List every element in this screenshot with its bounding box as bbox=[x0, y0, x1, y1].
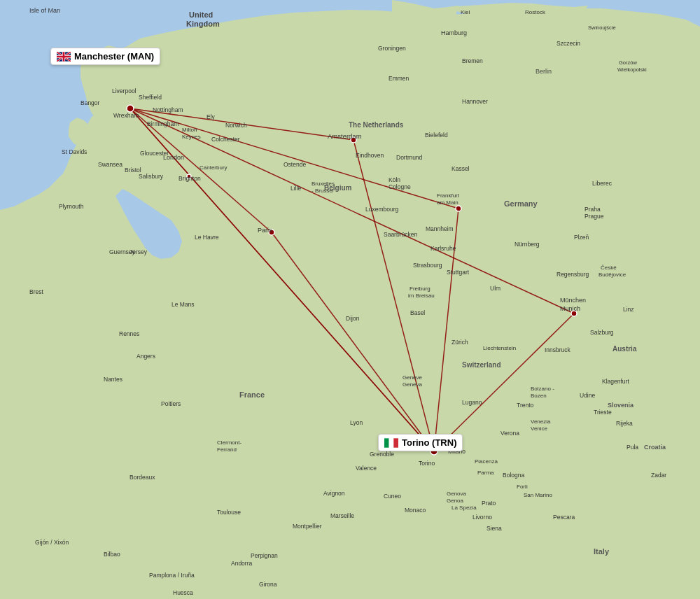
svg-text:Lyon: Lyon bbox=[350, 419, 363, 426]
svg-rect-162 bbox=[393, 438, 398, 447]
svg-text:Angers: Angers bbox=[136, 353, 155, 360]
svg-text:Venice: Venice bbox=[531, 425, 548, 432]
svg-text:Cologne: Cologne bbox=[388, 183, 411, 190]
svg-text:Ely: Ely bbox=[206, 113, 216, 120]
svg-text:Budějovice: Budějovice bbox=[598, 272, 626, 278]
svg-text:Bilbao: Bilbao bbox=[104, 551, 120, 558]
svg-text:Genova: Genova bbox=[447, 491, 467, 497]
svg-text:Piacenza: Piacenza bbox=[475, 458, 498, 465]
svg-text:Genève: Genève bbox=[402, 374, 423, 381]
svg-text:Liechtenstein: Liechtenstein bbox=[483, 345, 516, 351]
svg-text:Parma: Parma bbox=[477, 470, 494, 476]
svg-text:Linz: Linz bbox=[623, 306, 634, 313]
svg-text:Liberec: Liberec bbox=[592, 180, 612, 187]
svg-text:Ostende: Ostende bbox=[284, 161, 306, 168]
svg-text:Praha: Praha bbox=[584, 206, 601, 213]
svg-text:Karlsruhe: Karlsruhe bbox=[430, 245, 456, 252]
svg-text:Bologna: Bologna bbox=[503, 472, 524, 479]
svg-text:Köln: Köln bbox=[388, 176, 400, 183]
svg-text:Wrexham: Wrexham bbox=[113, 112, 139, 119]
svg-text:Lugano: Lugano bbox=[462, 399, 482, 406]
svg-text:Gloucester: Gloucester bbox=[140, 150, 169, 157]
svg-text:Guernsey: Guernsey bbox=[109, 248, 136, 255]
svg-text:Livorno: Livorno bbox=[472, 514, 492, 521]
svg-text:Germany: Germany bbox=[504, 199, 538, 208]
svg-text:Amsterdam: Amsterdam bbox=[328, 132, 362, 140]
svg-text:Berlin: Berlin bbox=[536, 68, 552, 75]
svg-text:Bordeaux: Bordeaux bbox=[130, 474, 155, 481]
svg-text:Salzburg: Salzburg bbox=[590, 329, 614, 336]
svg-text:Switzerland: Switzerland bbox=[462, 361, 501, 369]
svg-text:Pamplona / Iruña: Pamplona / Iruña bbox=[149, 572, 195, 579]
svg-text:Plymouth: Plymouth bbox=[59, 203, 84, 210]
svg-text:Norwich: Norwich bbox=[225, 122, 247, 129]
svg-text:im Breisau: im Breisau bbox=[408, 293, 435, 299]
svg-text:Basel: Basel bbox=[410, 309, 425, 316]
svg-text:Rijeka: Rijeka bbox=[616, 420, 633, 427]
svg-text:Monaco: Monaco bbox=[405, 507, 426, 514]
svg-text:Wielkopolski: Wielkopolski bbox=[617, 66, 647, 73]
torino-airport-label: Torino (TRN) bbox=[378, 434, 463, 451]
uk-flag-icon bbox=[57, 52, 71, 62]
svg-text:Freiburg: Freiburg bbox=[410, 286, 430, 292]
svg-text:Pula: Pula bbox=[626, 444, 638, 451]
svg-text:Nottingham: Nottingham bbox=[153, 106, 183, 113]
svg-text:am Main: am Main bbox=[437, 199, 458, 206]
svg-text:Valence: Valence bbox=[356, 465, 377, 472]
svg-text:Trieste: Trieste bbox=[594, 409, 612, 416]
svg-text:Bangor: Bangor bbox=[80, 99, 100, 106]
italy-flag-icon bbox=[384, 438, 398, 448]
svg-text:Saarbrücken: Saarbrücken bbox=[384, 231, 417, 238]
svg-text:Huesca: Huesca bbox=[173, 589, 193, 596]
svg-text:Lille: Lille bbox=[290, 185, 301, 192]
svg-text:Klagenfurt: Klagenfurt bbox=[602, 378, 629, 385]
svg-point-15 bbox=[456, 206, 461, 211]
svg-text:Regensburg: Regensburg bbox=[556, 271, 589, 278]
svg-text:St Davids: St Davids bbox=[62, 148, 87, 155]
svg-text:Paris: Paris bbox=[258, 227, 272, 234]
svg-text:Strasbourg: Strasbourg bbox=[413, 262, 442, 269]
svg-text:Venezia: Venezia bbox=[531, 418, 551, 425]
svg-text:Bruxelles: Bruxelles bbox=[312, 181, 335, 187]
svg-text:Szczecin: Szczecin bbox=[556, 40, 580, 47]
svg-text:Dortmund: Dortmund bbox=[396, 154, 423, 161]
svg-text:Ulm: Ulm bbox=[490, 285, 500, 292]
svg-text:Hannover: Hannover bbox=[462, 98, 488, 105]
svg-text:Kingdom: Kingdom bbox=[186, 20, 220, 28]
map-svg: Isle of Man United Kingdom Hamburg Kiel … bbox=[0, 0, 700, 599]
svg-text:Le Mans: Le Mans bbox=[172, 301, 195, 308]
svg-text:Plzeň: Plzeň bbox=[574, 234, 589, 241]
svg-text:Brighton: Brighton bbox=[178, 175, 201, 182]
svg-text:Croatia: Croatia bbox=[644, 444, 666, 451]
svg-text:Rostock: Rostock bbox=[525, 9, 546, 15]
svg-text:Girona: Girona bbox=[259, 581, 277, 588]
svg-text:Kiel: Kiel bbox=[461, 9, 470, 15]
svg-text:Forlì: Forlì bbox=[517, 484, 528, 490]
svg-text:Innsbruck: Innsbruck bbox=[545, 346, 571, 353]
svg-text:Poitiers: Poitiers bbox=[161, 400, 181, 407]
svg-text:Grenoble: Grenoble bbox=[370, 451, 394, 458]
svg-text:Salisbury: Salisbury bbox=[139, 173, 164, 180]
svg-text:Zadar: Zadar bbox=[651, 472, 666, 479]
svg-text:Trento: Trento bbox=[517, 402, 534, 409]
svg-text:Austria: Austria bbox=[612, 345, 637, 353]
map-container: Isle of Man United Kingdom Hamburg Kiel … bbox=[0, 0, 700, 599]
svg-text:Groningen: Groningen bbox=[378, 45, 406, 52]
svg-text:Avignon: Avignon bbox=[323, 490, 345, 497]
svg-text:Pescara: Pescara bbox=[553, 514, 575, 521]
svg-text:Sheffield: Sheffield bbox=[139, 94, 162, 101]
svg-text:Bozen: Bozen bbox=[531, 393, 547, 399]
svg-text:Italy: Italy bbox=[594, 547, 610, 556]
svg-text:Montpellier: Montpellier bbox=[293, 523, 322, 530]
svg-text:Bristol: Bristol bbox=[125, 167, 141, 174]
svg-rect-161 bbox=[389, 438, 394, 447]
svg-text:Ferrand: Ferrand bbox=[217, 446, 237, 453]
svg-text:San Marino: San Marino bbox=[524, 492, 552, 498]
svg-text:Hamburg: Hamburg bbox=[441, 29, 467, 36]
svg-text:Stuttgart: Stuttgart bbox=[447, 269, 470, 276]
svg-text:Mannheim: Mannheim bbox=[426, 225, 454, 232]
svg-text:Kassel: Kassel bbox=[451, 165, 470, 172]
svg-text:United: United bbox=[189, 10, 213, 19]
svg-text:Nantes: Nantes bbox=[104, 376, 122, 383]
svg-text:Keynes: Keynes bbox=[182, 134, 201, 140]
